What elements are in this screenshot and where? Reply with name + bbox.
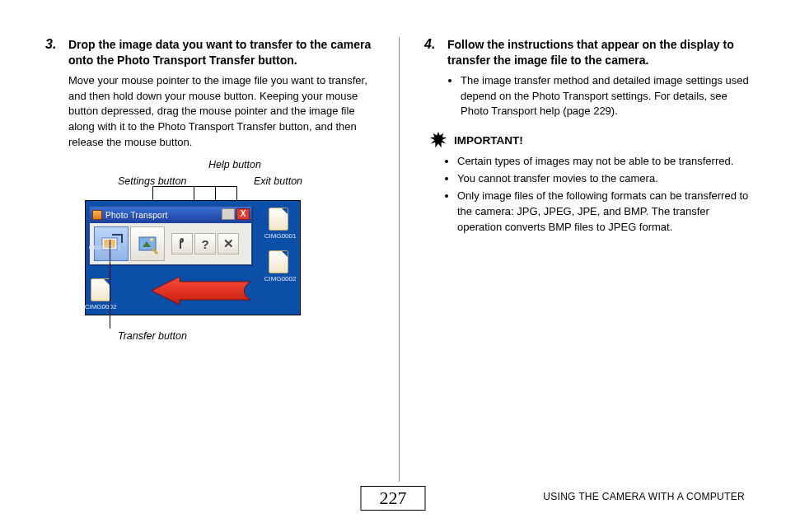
file-icon [91, 278, 110, 301]
diagram: Help button Settings button Exit button … [68, 159, 340, 332]
page-footer: 227 USING THE CAMERA WITH A COMPUTER [0, 486, 786, 514]
settings-button[interactable] [171, 233, 193, 254]
step-4-header: 4. Follow the instructions that appear o… [424, 37, 753, 68]
file-label: CIMG0002 [259, 275, 302, 282]
file-label: CIMG0001 [259, 232, 302, 240]
page-number: 227 [361, 486, 426, 511]
step-body: Move your mouse pointer to the image fil… [68, 73, 374, 151]
callout-settings: Settings button [118, 175, 186, 187]
step-title: Drop the image data you want to transfer… [68, 37, 374, 68]
window-title: Photo Transport [105, 211, 168, 220]
left-column: 3. Drop the image data you want to trans… [45, 37, 395, 482]
important-list: Certain types of images may not be able … [457, 154, 753, 235]
step-3-header: 3. Drop the image data you want to trans… [45, 37, 374, 68]
note-item: The image transfer method and detailed i… [461, 73, 753, 120]
step-title: Follow the instructions that appear on t… [447, 37, 753, 68]
svg-point-4 [150, 238, 153, 241]
column-divider [399, 37, 400, 482]
burst-icon [429, 131, 447, 149]
important-label: IMPORTANT! [454, 134, 523, 147]
callout-transfer: Transfer button [118, 330, 187, 342]
content-columns: 3. Drop the image data you want to trans… [45, 37, 753, 482]
exit-button[interactable]: ✕ [218, 233, 239, 254]
screenshot-area: CIMG0001 CIMG0002 CIMG0002 Photo Transpo… [85, 200, 301, 315]
app-icon [92, 210, 102, 220]
svg-marker-5 [430, 132, 447, 147]
minimize-button[interactable] [222, 208, 235, 220]
callout-exit: Exit button [254, 175, 302, 187]
step-number: 4. [424, 37, 447, 68]
important-item: Certain types of images may not be able … [457, 154, 753, 170]
photo-transport-window: Photo Transport X [89, 206, 252, 265]
step-4-notes: The image transfer method and detailed i… [461, 73, 753, 120]
close-button[interactable]: X [236, 208, 250, 220]
file-label: CIMG0002 [79, 303, 122, 310]
callout-help: Help button [208, 159, 261, 170]
important-header: IMPORTANT! [429, 131, 753, 149]
important-item: Only image files of the following format… [457, 189, 753, 236]
titlebar: Photo Transport X [90, 207, 251, 223]
file-label: CIMG0001 [83, 244, 126, 251]
file-icon [269, 208, 288, 231]
help-button[interactable]: ? [194, 233, 216, 254]
red-arrow-icon [152, 277, 250, 305]
right-column: 4. Follow the instructions that appear o… [404, 37, 753, 482]
capture-button[interactable] [130, 226, 165, 261]
step-number: 3. [45, 37, 68, 68]
important-item: You cannot transfer movies to the camera… [457, 171, 753, 187]
file-icon [269, 250, 288, 273]
section-title: USING THE CAMERA WITH A COMPUTER [543, 491, 745, 502]
